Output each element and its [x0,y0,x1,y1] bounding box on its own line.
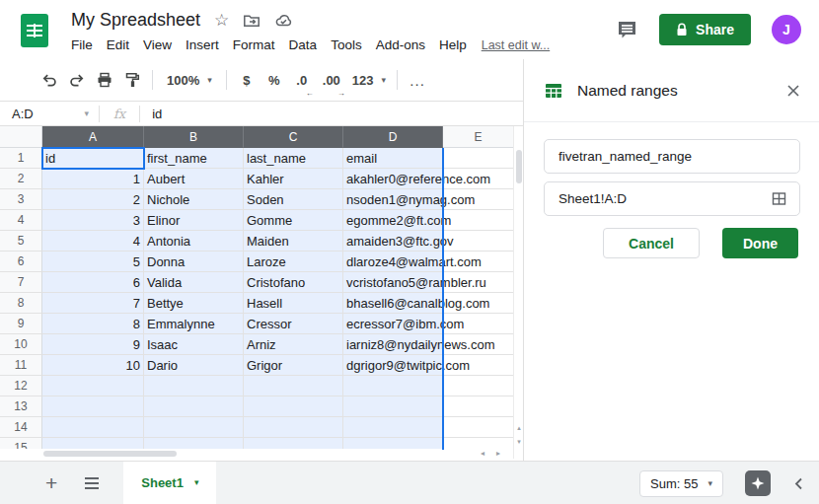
sum-dropdown[interactable]: Sum: 55 ▾ [639,470,723,497]
column-header-e[interactable]: E [443,126,513,148]
move-to-folder-icon[interactable] [243,12,261,30]
cell-E1[interactable] [443,148,513,169]
star-icon[interactable]: ☆ [214,12,229,29]
cell-C7[interactable]: Cristofano [244,272,343,293]
cell-A13[interactable] [42,396,144,417]
cell-C2[interactable]: Kahler [244,169,343,189]
cell-C10[interactable]: Arniz [244,334,343,355]
paint-format-icon[interactable] [118,66,146,94]
column-header-c[interactable]: C [244,126,343,148]
cell-B11[interactable]: Dario [144,355,244,376]
row-header-1[interactable]: 1 [0,148,42,169]
row-header-7[interactable]: 7 [0,272,42,293]
cell-C4[interactable]: Gomme [244,210,343,231]
cell-B10[interactable]: Isaac [144,334,244,355]
close-icon[interactable] [785,83,801,99]
print-icon[interactable] [91,66,118,94]
cell-D6[interactable]: dlaroze4@walmart.com [343,252,443,272]
document-title[interactable]: My Spreadsheet [71,10,200,31]
cell-C9[interactable]: Cressor [244,314,343,334]
cell-B3[interactable]: Nichole [144,189,244,210]
cell-A8[interactable]: 7 [42,293,144,314]
menu-edit[interactable]: Edit [100,36,136,54]
cell-B2[interactable]: Aubert [144,169,244,189]
name-box[interactable]: A:D ▾ [0,107,99,121]
cell-D12[interactable] [343,376,443,396]
row-header-14[interactable]: 14 [0,417,42,438]
sheet-tab[interactable]: Sheet1 ▾ [123,462,216,504]
decrease-decimal-button[interactable]: .0 ← [288,66,316,94]
row-header-6[interactable]: 6 [0,252,42,272]
cell-B7[interactable]: Valida [144,272,244,293]
cell-A3[interactable]: 2 [42,189,144,210]
undo-icon[interactable] [36,66,63,94]
cell-B13[interactable] [144,396,244,417]
cell-A11[interactable]: 10 [42,355,144,376]
scroll-left-icon[interactable]: ◂ [481,449,484,459]
cell-B4[interactable]: Elinor [144,210,244,231]
collapse-panel-icon[interactable] [792,476,805,491]
cell-A4[interactable]: 3 [42,210,144,231]
cell-B1[interactable]: first_name [144,148,244,169]
cell-C5[interactable]: Maiden [244,231,343,252]
cell-A5[interactable]: 4 [42,231,144,252]
cell-B5[interactable]: Antonia [144,231,244,252]
add-sheet-button[interactable]: + [45,472,57,493]
cell-D9[interactable]: ecressor7@ibm.com [343,314,443,334]
column-header-b[interactable]: B [144,126,244,148]
cell-A2[interactable]: 1 [42,169,144,189]
cell-A10[interactable]: 9 [42,334,144,355]
vertical-scrollbar-thumb[interactable] [516,150,522,183]
column-header-a[interactable]: A [42,126,144,148]
cell-A7[interactable]: 6 [42,272,144,293]
cell-D11[interactable]: dgrigor9@twitpic.com [343,355,443,376]
row-header-8[interactable]: 8 [0,293,42,314]
last-edit-link[interactable]: Last edit w... [482,38,550,52]
row-header-4[interactable]: 4 [0,210,42,231]
vertical-scrollbar[interactable]: ▴ ▾ [513,126,523,459]
menu-file[interactable]: File [64,36,100,54]
row-header-12[interactable]: 12 [0,376,42,396]
format-currency-button[interactable]: $ [233,66,261,94]
cell-E4[interactable] [443,210,513,231]
cell-B9[interactable]: Emmalynne [144,314,244,334]
row-header-2[interactable]: 2 [0,169,42,189]
cell-D10[interactable]: iarniz8@nydailynews.com [343,334,443,355]
format-percent-button[interactable]: % [261,66,288,94]
cell-B12[interactable] [144,376,244,396]
increase-decimal-button[interactable]: .00 → [316,66,347,94]
cell-D13[interactable] [343,396,443,417]
cell-A9[interactable]: 8 [42,314,144,334]
menu-format[interactable]: Format [226,36,282,54]
cell-D8[interactable]: bhasell6@canalblog.com [343,293,443,314]
menu-data[interactable]: Data [282,36,325,54]
cell-A12[interactable] [42,376,144,396]
cell-B6[interactable]: Donna [144,252,244,272]
menu-insert[interactable]: Insert [179,36,226,54]
cell-A14[interactable] [42,417,144,438]
cell-D5[interactable]: amaiden3@ftc.gov [343,231,443,252]
done-button[interactable]: Done [722,228,798,258]
row-header-11[interactable]: 11 [0,355,42,376]
row-header-10[interactable]: 10 [0,334,42,355]
comment-icon[interactable] [616,19,638,41]
column-header-d[interactable]: D [343,126,443,148]
cell-E13[interactable] [443,396,513,417]
all-sheets-icon[interactable] [84,476,100,490]
cell-C14[interactable] [244,417,343,438]
cell-E14[interactable] [443,417,513,438]
cell-B8[interactable]: Bettye [144,293,244,314]
row-header-5[interactable]: 5 [0,231,42,252]
explore-button[interactable] [745,470,771,496]
menu-add-ons[interactable]: Add-ons [369,36,432,54]
row-header-9[interactable]: 9 [0,314,42,334]
range-reference-input[interactable]: Sheet1!A:D [544,181,800,216]
cell-D1[interactable]: email [343,148,443,169]
avatar[interactable]: J [772,15,801,44]
cell-D4[interactable]: egomme2@ft.com [343,210,443,231]
cell-B14[interactable] [144,417,244,438]
redo-icon[interactable] [63,66,91,94]
cell-C3[interactable]: Soden [244,189,343,210]
menu-tools[interactable]: Tools [324,36,369,54]
zoom-select[interactable]: 100% ▾ [159,73,220,88]
